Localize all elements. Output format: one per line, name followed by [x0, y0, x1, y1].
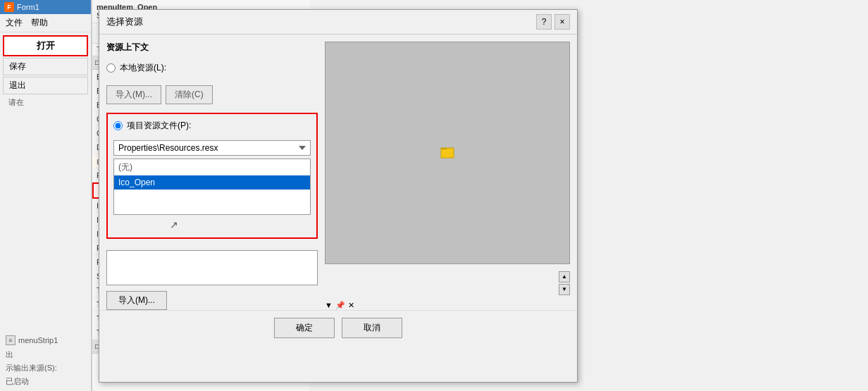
form-title: Form1	[17, 3, 39, 11]
resource-list: (无) Ico_Open	[113, 159, 311, 215]
select-resource-dialog: 选择资源 ? × 资源上下文 本地资源(L): 导入(M)... 清除(C)	[99, 9, 578, 383]
resource-item-none[interactable]: (无)	[114, 159, 310, 175]
dialog-help-button[interactable]: ?	[536, 14, 552, 30]
menu-strip-text: menuStrip1	[18, 336, 58, 345]
pin-row: ▼ 📌 ✕	[325, 301, 570, 310]
scroll-down-button[interactable]: ▼	[559, 284, 570, 295]
import-clear-buttons: 导入(M)... 清除(C)	[106, 85, 318, 104]
svg-rect-1	[441, 148, 447, 149]
status-bar-bottom: 已启动	[3, 375, 88, 388]
scroll-up-button[interactable]: ▲	[559, 271, 570, 283]
exit-button[interactable]: 退出	[3, 77, 88, 94]
resource-context-label: 资源上下文	[106, 42, 318, 54]
svg-rect-0	[441, 148, 454, 158]
form-icon: F	[4, 2, 14, 12]
project-resource-row: 项目资源文件(P):	[113, 120, 311, 132]
project-resource-label: 项目资源文件(P):	[127, 120, 191, 132]
form-buttons-area: 打开 保存 退出 请在	[0, 32, 91, 112]
dialog-controls: ? ×	[536, 14, 570, 30]
import-preview-area	[106, 250, 318, 285]
local-resource-radio[interactable]	[106, 63, 116, 73]
form-menu-bar: 文件 帮助	[0, 14, 91, 32]
form-titlebar: F Form1	[0, 0, 91, 14]
preview-image-icon	[440, 146, 454, 160]
project-resource-radio[interactable]	[113, 121, 123, 130]
save-button[interactable]: 保存	[3, 58, 88, 75]
image-preview-box	[325, 42, 570, 264]
resource-file-dropdown[interactable]: Properties\Resources.resx	[113, 140, 311, 156]
dialog-close-button[interactable]: ×	[554, 14, 570, 30]
dialog-left-section: 资源上下文 本地资源(L): 导入(M)... 清除(C) 项目资源文件(P):	[106, 42, 318, 310]
modal-overlay: 选择资源 ? × 资源上下文 本地资源(L): 导入(M)... 清除(C)	[85, 0, 592, 391]
local-resource-label: 本地资源(L):	[120, 62, 166, 74]
menu-strip-icon: ≡	[6, 335, 16, 345]
status-bar-text: 示输出来源(S):	[3, 361, 88, 375]
import-local-button[interactable]: 导入(M)...	[106, 85, 161, 104]
dialog-title: 选择资源	[106, 15, 143, 28]
import-section: 导入(M)...	[106, 250, 318, 310]
open-button[interactable]: 打开	[3, 35, 88, 56]
dock-icon: 📌	[335, 301, 345, 310]
status-bar-left: 出	[3, 348, 88, 361]
project-resource-section: 项目资源文件(P): Properties\Resources.resx (无)…	[106, 113, 318, 239]
local-resource-row: 本地资源(L):	[106, 62, 318, 74]
scroll-controls: ▲ ▼	[325, 271, 570, 295]
pin-icon: ▼	[325, 301, 333, 309]
import-bottom-button[interactable]: 导入(M)...	[106, 291, 167, 310]
form-hint: 请在	[3, 96, 88, 109]
menu-strip-label: ≡ menuStrip1	[3, 333, 88, 348]
menu-help[interactable]: 帮助	[27, 15, 52, 30]
menu-file[interactable]: 文件	[1, 15, 27, 30]
cursor-icon: ↗	[170, 219, 178, 230]
form-bottom: ≡ menuStrip1 出 示输出来源(S): 已启动	[0, 330, 91, 391]
close-panel-icon: ✕	[348, 301, 354, 310]
resource-item-ico-open[interactable]: Ico_Open	[114, 175, 310, 190]
cancel-button[interactable]: 取消	[342, 318, 402, 338]
dialog-right-section: ▲ ▼ ▼ 📌 ✕	[325, 42, 570, 310]
ide-left-panel: F Form1 文件 帮助 打开 保存 退出 请在 ≡ menuStrip1 出…	[0, 0, 92, 391]
dialog-actions: 确定 取消	[99, 310, 577, 345]
dialog-titlebar: 选择资源 ? ×	[99, 10, 577, 35]
clear-button[interactable]: 清除(C)	[166, 85, 213, 104]
ok-button[interactable]: 确定	[274, 318, 335, 338]
